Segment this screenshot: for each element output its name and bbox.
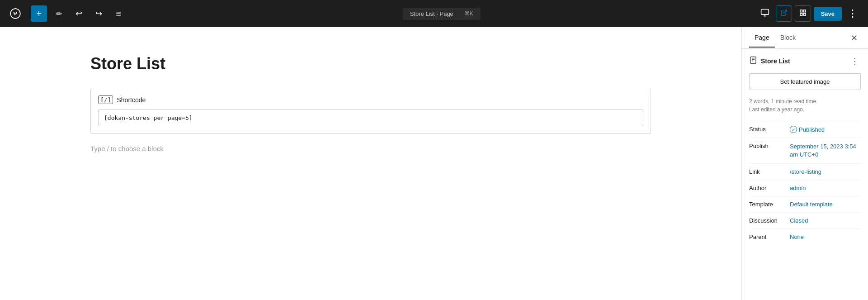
parent-value[interactable]: None (790, 233, 861, 240)
shortcode-block: [/] Shortcode (90, 88, 651, 134)
word-count-text: 2 words, 1 minute read time. (749, 97, 861, 105)
editor-area: Store List [/] Shortcode Type / to choos… (0, 27, 741, 300)
undo-button[interactable]: ↩ (71, 5, 87, 22)
template-label: Template (749, 201, 790, 208)
publish-value[interactable]: September 15, 2023 3:54 am UTC+0 (790, 143, 861, 159)
list-view-button[interactable]: ≡ (110, 5, 127, 22)
meta-description: 2 words, 1 minute read time. Last edited… (749, 97, 861, 114)
template-value[interactable]: Default template (790, 201, 861, 208)
set-featured-image-button[interactable]: Set featured image (749, 73, 861, 90)
svg-rect-5 (803, 10, 806, 12)
discussion-label: Discussion (749, 217, 790, 224)
author-value[interactable]: admin (790, 185, 861, 191)
svg-line-3 (783, 10, 786, 13)
desktop-icon (760, 8, 769, 19)
doc-title-row: Store List ⋮ (749, 56, 861, 66)
sidebar: Page Block ✕ Store List ⋮ (741, 27, 868, 300)
close-icon: ✕ (851, 33, 858, 43)
shortcode-input[interactable] (98, 110, 643, 126)
edit-mode-button[interactable]: ✏ (51, 5, 67, 22)
svg-rect-7 (803, 13, 806, 15)
tab-page[interactable]: Page (749, 29, 775, 48)
parent-label: Parent (749, 233, 790, 240)
status-label: Status (749, 126, 790, 133)
parent-row: Parent None (749, 229, 861, 245)
document-icon (749, 56, 757, 66)
type-block-hint: Type / to choose a block (90, 145, 651, 152)
page-heading: Store List (90, 54, 651, 73)
wp-logo[interactable] (7, 5, 24, 22)
link-label: Link (749, 168, 790, 175)
shortcode-icon: [/] (98, 95, 113, 104)
publish-row: Publish September 15, 2023 3:54 am UTC+0 (749, 138, 861, 163)
shortcode-label: Shortcode (117, 96, 146, 104)
undo-icon: ↩ (75, 9, 82, 19)
shortcode-header: [/] Shortcode (98, 95, 643, 104)
page-title-bar[interactable]: Store List · Page ⌘K (403, 8, 481, 20)
close-sidebar-button[interactable]: ✕ (847, 31, 861, 45)
template-row: Template Default template (749, 196, 861, 212)
redo-icon: ↪ (95, 9, 102, 19)
svg-rect-4 (800, 10, 802, 12)
redo-button[interactable]: ↪ (90, 5, 107, 22)
page-title-text: Store List · Page (410, 10, 453, 17)
publish-label: Publish (749, 143, 790, 149)
list-icon: ≡ (116, 9, 121, 19)
toolbar-right: Save ⋮ (757, 5, 861, 22)
save-button[interactable]: Save (814, 7, 842, 21)
external-link-icon (780, 9, 788, 18)
status-value[interactable]: ✓ Published (790, 126, 861, 133)
sidebar-body: Store List ⋮ Set featured image 2 words,… (742, 49, 868, 300)
svg-rect-0 (761, 10, 769, 15)
settings-icon (799, 9, 807, 18)
edit-icon: ✏ (56, 10, 62, 18)
sidebar-header: Page Block ✕ (742, 27, 868, 49)
add-block-button[interactable]: + (31, 5, 47, 22)
tab-block[interactable]: Block (775, 29, 801, 48)
main-area: Store List [/] Shortcode Type / to choos… (0, 27, 868, 300)
settings-panel-button[interactable] (795, 5, 811, 22)
link-row: Link /store-listing (749, 163, 861, 180)
last-edited-text: Last edited a year ago. (749, 105, 861, 114)
toolbar: + ✏ ↩ ↪ ≡ Store List · Page ⌘K (0, 0, 868, 27)
published-check-icon: ✓ (790, 126, 797, 133)
toolbar-center: Store List · Page ⌘K (130, 8, 753, 20)
preview-link-button[interactable] (776, 5, 792, 22)
doc-more-button[interactable]: ⋮ (849, 56, 861, 66)
doc-title: Store List (761, 57, 845, 65)
discussion-row: Discussion Closed (749, 212, 861, 229)
status-row: Status ✓ Published (749, 121, 861, 138)
link-value[interactable]: /store-listing (790, 168, 861, 175)
desktop-preview-button[interactable] (757, 5, 773, 22)
discussion-value[interactable]: Closed (790, 217, 861, 224)
svg-rect-6 (800, 13, 802, 15)
more-icon: ⋮ (848, 8, 858, 19)
search-shortcut: ⌘K (464, 10, 473, 17)
author-label: Author (749, 185, 790, 191)
more-options-button[interactable]: ⋮ (844, 5, 861, 22)
author-row: Author admin (749, 180, 861, 196)
